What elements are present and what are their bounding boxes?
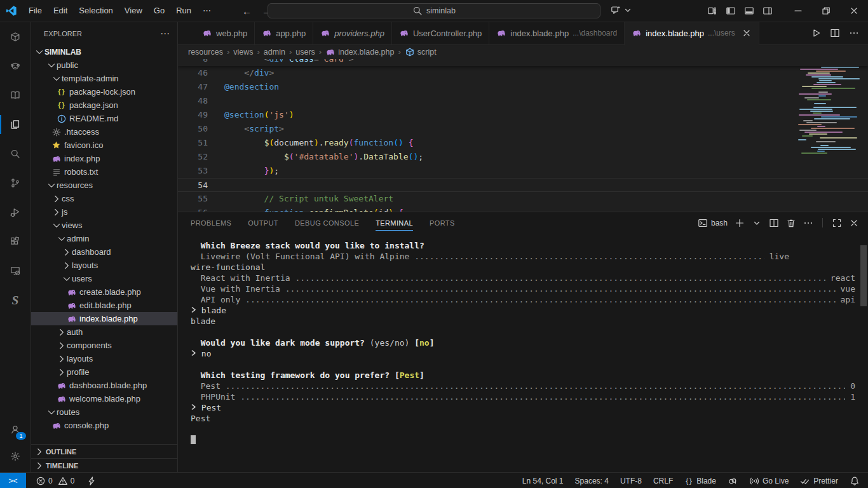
status-go-live[interactable]: Go Live	[749, 476, 789, 486]
activity-explorer-icon[interactable]	[0, 110, 31, 139]
section-timeline[interactable]: TIMELINE	[31, 458, 177, 472]
menu-selection[interactable]: Selection	[73, 4, 118, 18]
tree-file-create-blade-php[interactable]: create.blade.php	[31, 285, 177, 299]
tree-folder-dashboard[interactable]: dashboard	[31, 245, 177, 259]
tree-root-siminlab[interactable]: SIMINLAB	[31, 45, 177, 58]
status-ln-54-col-1[interactable]: Ln 54, Col 1	[522, 477, 564, 485]
activity-extensions-icon[interactable]	[0, 227, 31, 256]
sticky-scroll-line[interactable]: 8 <div class="card">	[178, 59, 868, 66]
activity-run-debug-icon[interactable]	[0, 198, 31, 227]
tree-file-welcome-blade-php[interactable]: welcome.blade.php	[31, 392, 177, 405]
tree-file-favicon-ico[interactable]: favicon.ico	[31, 139, 177, 152]
activity-source-control-icon[interactable]	[0, 168, 31, 198]
section-outline[interactable]: OUTLINE	[31, 444, 177, 458]
code-line-55[interactable]: 55 // Script untuk SweetAlert	[178, 192, 868, 206]
code-line-56[interactable]: 56 function confirmDelete(id) {	[178, 206, 868, 212]
kill-terminal-icon[interactable]	[786, 218, 796, 228]
split-editor-icon[interactable]	[830, 28, 840, 38]
remote-indicator[interactable]: ><	[0, 473, 26, 488]
tree-folder-template-admin[interactable]: template-admin	[31, 72, 177, 85]
tree-folder-admin[interactable]: admin	[31, 232, 177, 245]
activity-accounts-icon[interactable]: 1	[0, 416, 31, 443]
activity-monkey-icon[interactable]	[0, 51, 31, 81]
menu-go[interactable]: Go	[148, 4, 170, 18]
tree-file-index-php[interactable]: index.php	[31, 152, 177, 165]
menu-view[interactable]: View	[119, 4, 148, 18]
lightning-status[interactable]	[86, 476, 97, 486]
tab-index-blade-php-users[interactable]: index.blade.php...\users	[625, 22, 759, 45]
terminal-scrollbar[interactable]	[860, 245, 867, 306]
terminal-output[interactable]: Which Breeze stack would you like to ins…	[178, 234, 868, 472]
menu-file[interactable]: File	[23, 4, 48, 18]
status-php-outline-icon[interactable]	[728, 476, 738, 486]
minimize-button[interactable]	[784, 0, 812, 22]
code-line-53[interactable]: 53 });	[178, 164, 868, 178]
tree-folder-components[interactable]: components	[31, 339, 177, 352]
status-prettier[interactable]: Prettier	[800, 476, 838, 486]
layout-panel-icon[interactable]	[744, 6, 754, 16]
tree-file-console-php[interactable]: console.php	[31, 419, 177, 432]
tree-file-index-blade-php[interactable]: index.blade.php	[31, 312, 177, 325]
status-crlf[interactable]: CRLF	[653, 477, 673, 485]
close-tab-icon[interactable]	[742, 28, 752, 38]
menu-[interactable]: ⋯	[197, 4, 217, 18]
status-spaces-4[interactable]: Spaces: 4	[575, 477, 609, 485]
new-terminal-icon[interactable]	[735, 218, 745, 228]
ellipsis-icon[interactable]	[803, 218, 813, 228]
breadcrumb-resources[interactable]: resources	[188, 48, 223, 57]
activity-settings-gear-icon[interactable]	[0, 443, 31, 470]
restore-button[interactable]	[812, 0, 840, 22]
panel-tab-terminal[interactable]: TERMINAL	[376, 212, 413, 234]
breadcrumb-symbol[interactable]: script	[405, 47, 437, 57]
panel-tab-output[interactable]: OUTPUT	[248, 212, 278, 234]
code-line-46[interactable]: 46 </div>	[178, 66, 868, 80]
command-center-search[interactable]: siminlab	[268, 3, 600, 18]
layout-secondary-icon[interactable]	[763, 6, 773, 16]
activity-search-icon[interactable]	[0, 139, 31, 168]
tree-folder-users[interactable]: users	[31, 272, 177, 285]
code-line-48[interactable]: 48	[178, 94, 868, 108]
tab-app-php[interactable]: app.php	[255, 22, 313, 45]
code-line-51[interactable]: 51 $(document).ready(function() {	[178, 136, 868, 150]
layout-customize-icon[interactable]	[707, 6, 717, 16]
panel-tab-problems[interactable]: PROBLEMS	[191, 212, 231, 234]
tree-folder-css[interactable]: css	[31, 192, 177, 205]
menu-edit[interactable]: Edit	[48, 4, 73, 18]
breadcrumb-admin[interactable]: admin	[264, 48, 285, 57]
tree-folder-views[interactable]: views	[31, 219, 177, 232]
tab-index-blade-php-dashboard[interactable]: index.blade.php...\dashboard	[489, 22, 625, 45]
tab-usercontroller-php[interactable]: UserController.php	[392, 22, 489, 45]
minimap[interactable]	[796, 59, 862, 161]
code-line-54[interactable]: 54	[178, 178, 868, 192]
chat-icon[interactable]	[611, 5, 621, 15]
back-arrow-icon[interactable]: ←	[242, 6, 252, 17]
ellipsis-icon[interactable]	[849, 28, 859, 38]
terminal-shell[interactable]: bash	[698, 218, 728, 228]
code-editor[interactable]: 8 <div class="card"> 46 </div>47@endsect…	[178, 59, 868, 212]
run-icon[interactable]	[811, 28, 821, 38]
chevron-down-icon[interactable]	[623, 5, 633, 15]
split-terminal-icon[interactable]	[769, 218, 779, 228]
code-line-47[interactable]: 47@endsection	[178, 80, 868, 94]
status-bell-icon[interactable]	[850, 476, 860, 486]
tree-folder-layouts[interactable]: layouts	[31, 259, 177, 272]
panel-tab-ports[interactable]: PORTS	[430, 212, 455, 234]
tree-file-dashboard-blade-php[interactable]: dashboard.blade.php	[31, 379, 177, 392]
tree-folder-profile[interactable]: profile	[31, 365, 177, 379]
tree-folder-public[interactable]: public	[31, 58, 177, 72]
activity-remote-explorer-icon[interactable]	[0, 256, 31, 285]
breadcrumb-views[interactable]: views	[233, 48, 253, 57]
tree-file-package-json[interactable]: {}package.json	[31, 98, 177, 112]
tree-file-readme-md[interactable]: README.md	[31, 112, 177, 125]
activity-s-logo-icon[interactable]: S	[0, 285, 31, 315]
tree-folder-auth[interactable]: auth	[31, 325, 177, 339]
breadcrumb-file[interactable]: index.blade.php	[325, 47, 394, 57]
tree-file--htaccess[interactable]: .htaccess	[31, 125, 177, 139]
close-panel-icon[interactable]	[849, 218, 859, 228]
maximize-panel-icon[interactable]	[832, 218, 842, 228]
tree-folder-layouts[interactable]: layouts	[31, 352, 177, 365]
chevron-down-icon[interactable]	[752, 218, 762, 228]
tree-folder-resources[interactable]: resources	[31, 179, 177, 192]
tree-file-robots-txt[interactable]: robots.txt	[31, 165, 177, 179]
panel-tab-debug-console[interactable]: DEBUG CONSOLE	[295, 212, 359, 234]
